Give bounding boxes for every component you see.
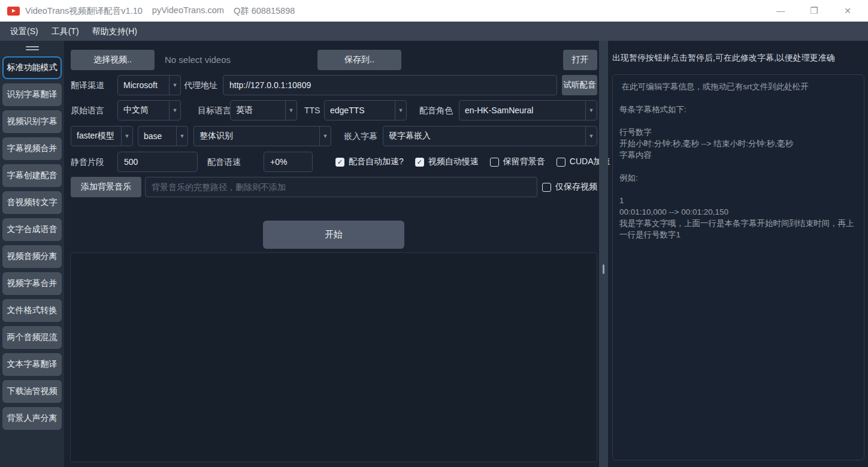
chevron-down-icon: ▼ <box>319 126 331 146</box>
option-checkboxes: ✓配音自动加速?✓视频自动慢速保留背景音CUDA加速 <box>335 152 610 172</box>
menu-item[interactable]: 工具(T) <box>45 22 86 41</box>
select-video-button[interactable]: 选择视频.. <box>71 50 155 70</box>
checkbox-box-icon[interactable]: ✓ <box>415 158 424 167</box>
target-lang-label: 目标语言 <box>198 100 231 120</box>
menu-toggle-icon[interactable] <box>26 46 39 50</box>
source-lang-select[interactable]: 中文简 ▼ <box>117 100 181 120</box>
close-button[interactable]: ✕ <box>831 0 864 22</box>
sidebar-item[interactable]: 音视频转文字 <box>2 191 62 214</box>
log-panel <box>70 252 597 462</box>
rate-label: 配音语速 <box>207 152 241 172</box>
embed-subtitle-label: 嵌入字幕 <box>344 126 377 146</box>
save-to-button[interactable]: 保存到.. <box>317 50 401 70</box>
chevron-down-icon: ▼ <box>585 101 597 120</box>
silence-label: 静音片段 <box>71 152 104 172</box>
chevron-down-icon: ▼ <box>285 101 297 120</box>
app-site: pyVideoTrans.com <box>152 5 224 17</box>
sidebar-item[interactable]: 视频音频分离 <box>2 245 62 268</box>
sidebar-item[interactable]: 文本字幕翻译 <box>2 353 62 376</box>
checkbox[interactable]: 仅保存视频 <box>542 182 597 192</box>
checkbox-label: 保留背景音 <box>503 156 545 167</box>
splitter-handle-icon <box>603 264 604 274</box>
chevron-down-icon: ▼ <box>169 101 180 120</box>
recognition-mode-select[interactable]: 整体识别 ▼ <box>193 126 331 146</box>
no-video-text: No select videos <box>165 50 231 70</box>
app-title: VideoTrans视频翻译配音v1.10 <box>25 5 143 17</box>
sidebar-item[interactable]: 下载油管视频 <box>2 380 62 403</box>
embed-subtitle-select[interactable]: 硬字幕嵌入 ▼ <box>383 126 597 146</box>
rate-input[interactable] <box>264 152 313 172</box>
translate-channel-label: 翻译渠道 <box>71 75 104 95</box>
checkbox[interactable]: 保留背景音 <box>490 156 545 167</box>
model-name-select[interactable]: base ▼ <box>138 126 188 146</box>
maximize-button[interactable]: ❐ <box>797 0 831 22</box>
checkbox-box-icon[interactable]: ✓ <box>335 158 344 167</box>
sidebar-item[interactable]: 两个音频混流 <box>2 326 62 349</box>
chevron-down-icon: ▼ <box>585 126 597 146</box>
subtitle-hint-header: 出现暂停按钮并点击暂停后,可在此修改字幕,以便处理更准确 <box>612 53 858 64</box>
model-type-select[interactable]: faster模型 ▼ <box>71 126 133 146</box>
sidebar-item[interactable]: 标准功能模式 <box>2 56 62 79</box>
sidebar-item[interactable]: 视频识别字幕 <box>2 110 62 133</box>
open-button[interactable]: 打开 <box>563 50 597 70</box>
sidebar-item[interactable]: 识别字幕翻译 <box>2 83 62 106</box>
sidebar-item[interactable]: 背景人声分离 <box>2 407 62 430</box>
checkbox-label: 仅保存视频 <box>555 182 597 192</box>
checkbox[interactable]: ✓配音自动加速? <box>335 156 404 167</box>
checkbox-box-icon[interactable] <box>557 158 565 167</box>
titlebar: VideoTrans视频翻译配音v1.10 pyVideoTrans.com Q… <box>0 0 868 22</box>
minimize-button[interactable]: — <box>764 0 797 22</box>
sidebar-items: 标准功能模式识别字幕翻译视频识别字幕字幕视频合并字幕创建配音音视频转文字文字合成… <box>0 52 64 434</box>
save-video-only-checkbox: 仅保存视频 <box>542 177 597 197</box>
chevron-down-icon: ▼ <box>395 101 406 120</box>
start-button[interactable]: 开始 <box>263 221 404 249</box>
sidebar-item[interactable]: 字幕视频合并 <box>2 137 62 160</box>
proxy-label: 代理地址 <box>184 75 217 95</box>
checkbox-box-icon[interactable] <box>490 158 499 167</box>
silence-input[interactable] <box>117 152 198 172</box>
bgm-path-input[interactable] <box>145 177 537 197</box>
checkbox-box-icon[interactable] <box>542 183 551 192</box>
chevron-down-icon: ▼ <box>121 126 132 146</box>
add-bgm-button[interactable]: 添加背景音乐 <box>71 177 141 197</box>
qq-group: Q群 608815898 <box>234 5 295 17</box>
app-logo-icon <box>7 7 20 16</box>
listen-voice-button[interactable]: 试听配音 <box>562 75 597 95</box>
sidebar-item[interactable]: 字幕创建配音 <box>2 164 62 187</box>
chevron-down-icon: ▼ <box>169 76 180 95</box>
menu-item[interactable]: 帮助支持(H) <box>86 22 144 41</box>
sidebar-item[interactable]: 文字合成语音 <box>2 218 62 241</box>
chevron-down-icon: ▼ <box>176 126 187 146</box>
app-window: VideoTrans视频翻译配音v1.10 pyVideoTrans.com Q… <box>0 0 868 467</box>
sidebar-item[interactable]: 视频字幕合并 <box>2 272 62 295</box>
voice-role-label: 配音角色 <box>419 100 453 120</box>
checkbox-label: 配音自动加速? <box>349 156 404 167</box>
checkbox[interactable]: ✓视频自动慢速 <box>415 156 479 167</box>
sidebar: 标准功能模式识别字幕翻译视频识别字幕字幕视频合并字幕创建配音音视频转文字文字合成… <box>0 41 64 467</box>
menu-item[interactable]: 设置(S) <box>4 22 45 41</box>
target-lang-select[interactable]: 英语 ▼ <box>230 100 297 120</box>
translate-channel-select[interactable]: Microsoft ▼ <box>117 75 181 95</box>
voice-role-select[interactable]: en-HK-SamNeural ▼ <box>459 100 597 120</box>
panel-splitter[interactable] <box>599 41 608 467</box>
sidebar-item[interactable]: 文件格式转换 <box>2 299 62 322</box>
window-controls: — ❐ ✕ <box>764 0 864 22</box>
source-lang-label: 原始语言 <box>71 100 104 120</box>
subtitle-editor[interactable]: 在此可编辑字幕信息，或拖动已有srt文件到此处松开 每条字幕格式如下: 行号数字… <box>612 74 864 460</box>
tts-label: TTS <box>304 100 320 120</box>
proxy-input[interactable] <box>223 75 557 95</box>
window-title: VideoTrans视频翻译配音v1.10 pyVideoTrans.com Q… <box>25 5 295 17</box>
menubar: 设置(S)工具(T)帮助支持(H) <box>0 22 868 41</box>
checkbox-label: 视频自动慢速 <box>428 156 479 167</box>
tts-select[interactable]: edgeTTS ▼ <box>324 100 407 120</box>
